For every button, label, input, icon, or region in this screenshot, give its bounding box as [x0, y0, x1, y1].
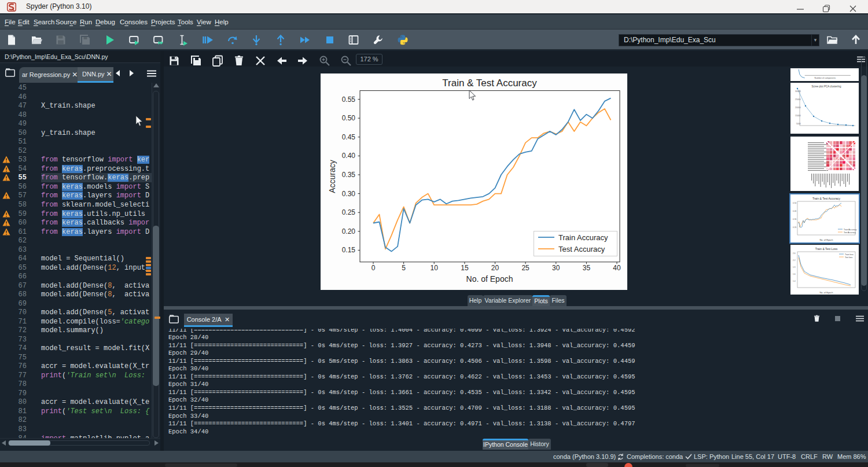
svg-text:35: 35: [583, 264, 591, 272]
svg-text:Train & Test Loss: Train & Test Loss: [815, 247, 838, 251]
svg-text:0: 0: [372, 264, 376, 272]
svg-text:0.30: 0.30: [342, 190, 356, 198]
svg-text:0.25: 0.25: [342, 208, 356, 216]
svg-text:0.40: 0.40: [793, 210, 796, 212]
svg-text:0.50: 0.50: [342, 114, 356, 122]
svg-text:1.6: 1.6: [793, 273, 796, 275]
svg-text:Train Accuracy: Train Accuracy: [844, 229, 857, 231]
svg-text:0.50: 0.50: [793, 202, 796, 204]
svg-text:0.30: 0.30: [793, 218, 796, 220]
svg-text:30000: 30000: [795, 90, 801, 93]
svg-text:0.20: 0.20: [793, 226, 796, 229]
svg-text:40: 40: [613, 264, 621, 272]
svg-text:10: 10: [431, 264, 439, 272]
svg-text:Train & Test Accuracy: Train & Test Accuracy: [812, 197, 841, 200]
svg-text:Train Accuracy: Train Accuracy: [558, 233, 608, 242]
svg-text:0.45: 0.45: [342, 133, 356, 141]
svg-text:2.6: 2.6: [793, 252, 796, 255]
svg-text:Number of components: Number of components: [815, 77, 836, 79]
svg-text:5: 5: [402, 264, 406, 272]
svg-text:Accuracy: Accuracy: [328, 160, 337, 193]
svg-text:Train loss: Train loss: [845, 253, 854, 256]
svg-text:20: 20: [491, 264, 499, 272]
svg-text:15: 15: [461, 264, 469, 272]
svg-text:0.15: 0.15: [342, 246, 356, 254]
svg-text:0.35: 0.35: [342, 171, 356, 179]
svg-text:Scree plot PCA clustering: Scree plot PCA clustering: [811, 85, 841, 88]
svg-text:Test Accuracy: Test Accuracy: [558, 245, 605, 253]
svg-text:Test Accuracy: Test Accuracy: [844, 231, 856, 234]
svg-text:20000: 20000: [795, 106, 801, 109]
svg-text:2.2: 2.2: [793, 259, 796, 262]
svg-text:5000: 5000: [796, 123, 801, 125]
svg-text:30: 30: [552, 264, 560, 272]
svg-text:No. of Epoch: No. of Epoch: [819, 238, 833, 241]
svg-text:No. of Epoch: No. of Epoch: [819, 291, 833, 294]
svg-text:No. of Epoch: No. of Epoch: [466, 274, 513, 284]
svg-text:1.9: 1.9: [793, 266, 796, 269]
svg-text:25: 25: [521, 264, 529, 272]
svg-text:0.55: 0.55: [342, 95, 356, 104]
svg-text:1.4: 1.4: [793, 280, 796, 282]
svg-text:0.40: 0.40: [342, 152, 356, 160]
svg-text:Test loss: Test loss: [845, 256, 852, 259]
svg-text:15000: 15000: [795, 115, 801, 117]
svg-text:Train & Test Accuracy: Train & Test Accuracy: [442, 78, 537, 89]
svg-text:25000: 25000: [795, 98, 801, 101]
svg-text:0.20: 0.20: [342, 227, 356, 236]
